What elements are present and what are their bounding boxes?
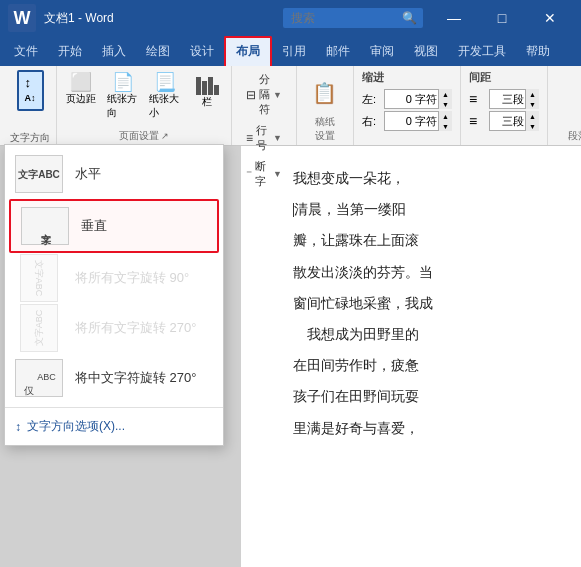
- tab-draw[interactable]: 绘图: [136, 38, 180, 66]
- line-numbers-label: 行号: [256, 123, 270, 153]
- vertical-icon: 文字: [21, 207, 69, 245]
- document-content: 我想变成一朵花， 清晨，当第一缕阳 瓣，让露珠在上面滚 散发出淡淡的芬芳。当 窗…: [265, 166, 557, 441]
- rotate90-icon: 文字ABC: [20, 254, 58, 302]
- tab-design[interactable]: 设计: [180, 38, 224, 66]
- spacing-after-icon: ≡: [469, 113, 485, 129]
- search-icon: 🔍: [402, 11, 417, 25]
- document-page: 我想变成一朵花， 清晨，当第一缕阳 瓣，让露珠在上面滚 散发出淡淡的芬芳。当 窗…: [241, 146, 581, 567]
- tab-developer[interactable]: 开发工具: [448, 38, 516, 66]
- orientation-icon: 📄: [112, 73, 134, 91]
- margins-label: 页边距: [66, 92, 96, 106]
- tab-mail[interactable]: 邮件: [316, 38, 360, 66]
- horizontal-label: 水平: [75, 165, 101, 183]
- paragraph-arrange-content: [556, 70, 581, 129]
- page-bg-label: [240, 191, 288, 193]
- indent-left-up[interactable]: ▲: [438, 89, 452, 99]
- spacing-before-up[interactable]: ▲: [525, 89, 539, 99]
- rotate90-label: 将所有文字旋转 90°: [75, 269, 189, 287]
- spacing-before-down[interactable]: ▼: [525, 99, 539, 109]
- doc-line-4: 散发出淡淡的芬芳。当: [265, 260, 557, 285]
- paragraph-label: 段落: [556, 129, 581, 145]
- orientation-button[interactable]: 📄 纸张方向: [103, 70, 143, 123]
- options-link-label: 文字方向选项(X)...: [27, 418, 125, 435]
- dropdown-item-horizontal[interactable]: 文字ABC 水平: [5, 149, 223, 199]
- spacing-after-up[interactable]: ▲: [525, 111, 539, 121]
- word-logo: W: [8, 4, 36, 32]
- spacing-after-spinner: ▲ ▼: [489, 111, 539, 131]
- ribbon-content: ↕A↕ 文字方向 ⬜ 页边距 📄 纸张方向 📃 纸张大小: [0, 66, 581, 146]
- page-setup-expand-icon[interactable]: ↗: [161, 131, 169, 141]
- tab-layout[interactable]: 布局: [224, 36, 272, 66]
- title-text: 文档1 - Word: [44, 10, 283, 27]
- spacing-before-row: ≡ ▲ ▼: [469, 89, 539, 109]
- dropdown-item-vertical[interactable]: 文字 垂直: [9, 199, 219, 253]
- page-setup-group: ⬜ 页边距 📄 纸张方向 📃 纸张大小 栏 页面设置 ↗: [57, 66, 232, 145]
- columns-label: 栏: [202, 95, 212, 109]
- dropdown-item-cn270[interactable]: 仅 ABC 将中文字符旋转 270°: [5, 353, 223, 403]
- doc-line-1: 我想变成一朵花，: [265, 166, 557, 191]
- columns-icon: [196, 73, 219, 95]
- tab-help[interactable]: 帮助: [516, 38, 560, 66]
- draft-paper-button[interactable]: 📋: [305, 78, 345, 108]
- margins-button[interactable]: ⬜ 页边距: [61, 70, 101, 109]
- page-setup-label: 页面设置 ↗: [119, 129, 170, 145]
- text-direction-options-link[interactable]: ↕ 文字方向选项(X)...: [5, 412, 223, 441]
- indent-right-spin-buttons: ▲ ▼: [438, 111, 452, 131]
- maximize-button[interactable]: □: [479, 0, 525, 36]
- paragraph-group: 段落: [548, 66, 581, 145]
- doc-line-8: 孩子们在田野间玩耍: [265, 384, 557, 409]
- spacing-before-icon: ≡: [469, 91, 485, 107]
- ribbon-tabs: 文件 开始 插入 绘图 设计 布局 引用 邮件 审阅 视图 开发工具 帮助: [0, 36, 581, 66]
- tab-insert[interactable]: 插入: [92, 38, 136, 66]
- spacing-after-down[interactable]: ▼: [525, 121, 539, 131]
- spacing-before-spinner: ▲ ▼: [489, 89, 539, 109]
- tab-file[interactable]: 文件: [4, 38, 48, 66]
- text-direction-button[interactable]: ↕A↕: [17, 70, 44, 111]
- search-wrapper: 🔍: [283, 8, 423, 28]
- doc-line-3: 瓣，让露珠在上面滚: [265, 228, 557, 253]
- line-numbers-icon: ≡: [246, 131, 253, 145]
- text-direction-label: 文字方向: [10, 127, 50, 145]
- columns-button[interactable]: 栏: [187, 70, 227, 112]
- tab-review[interactable]: 审阅: [360, 38, 404, 66]
- close-button[interactable]: ✕: [527, 0, 573, 36]
- doc-line-6: 我想成为田野里的: [265, 322, 557, 347]
- indent-right-spinner: ▲ ▼: [384, 111, 452, 131]
- indent-label-bottom: [362, 133, 452, 135]
- hyphenation-arrow: ▼: [273, 169, 282, 179]
- size-icon: 📃: [154, 73, 176, 91]
- hyphenation-icon: ⁻: [246, 167, 252, 181]
- dropdown-item-rotate90[interactable]: 文字ABC 将所有文字旋转 90°: [5, 253, 223, 303]
- spacing-before-spin-buttons: ▲ ▼: [525, 89, 539, 109]
- horizontal-icon: 文字ABC: [15, 155, 63, 193]
- options-link-icon: ↕: [15, 420, 21, 434]
- cn270-icon: 仅 ABC: [15, 359, 63, 397]
- indent-section: 缩进 左: ▲ ▼ 右: ▲ ▼: [354, 66, 461, 145]
- minimize-button[interactable]: —: [431, 0, 477, 36]
- dropdown-item-rotate270[interactable]: 文字ABC 将所有文字旋转 270°: [5, 303, 223, 353]
- hyphenation-button[interactable]: ⁻ 断字 ▼: [240, 157, 288, 191]
- indent-right-up[interactable]: ▲: [438, 111, 452, 121]
- size-button[interactable]: 📃 纸张大小: [145, 70, 185, 123]
- indent-right-down[interactable]: ▼: [438, 121, 452, 131]
- tab-home[interactable]: 开始: [48, 38, 92, 66]
- breaks-arrow: ▼: [273, 90, 282, 100]
- indent-left-row: 左: ▲ ▼: [362, 89, 452, 109]
- line-numbers-button[interactable]: ≡ 行号 ▼: [240, 121, 288, 155]
- text-cursor: [293, 203, 294, 217]
- size-label: 纸张大小: [149, 92, 181, 120]
- margins-icon: ⬜: [70, 73, 92, 91]
- rotate270-icon: 文字ABC: [20, 304, 58, 352]
- tab-view[interactable]: 视图: [404, 38, 448, 66]
- cn270-label: 将中文字符旋转 270°: [75, 369, 197, 387]
- breaks-button[interactable]: ⊟ 分隔符 ▼: [240, 70, 288, 119]
- spacing-after-spin-buttons: ▲ ▼: [525, 111, 539, 131]
- orientation-label: 纸张方向: [107, 92, 139, 120]
- hyphenation-label: 断字: [255, 159, 270, 189]
- indent-left-down[interactable]: ▼: [438, 99, 452, 109]
- spacing-after-row: ≡ ▲ ▼: [469, 111, 539, 131]
- draft-paper-label: 稿纸设置: [315, 115, 335, 145]
- tab-reference[interactable]: 引用: [272, 38, 316, 66]
- doc-line-5: 窗间忙碌地采蜜，我成: [265, 291, 557, 316]
- draft-paper-icon: 📋: [312, 81, 337, 105]
